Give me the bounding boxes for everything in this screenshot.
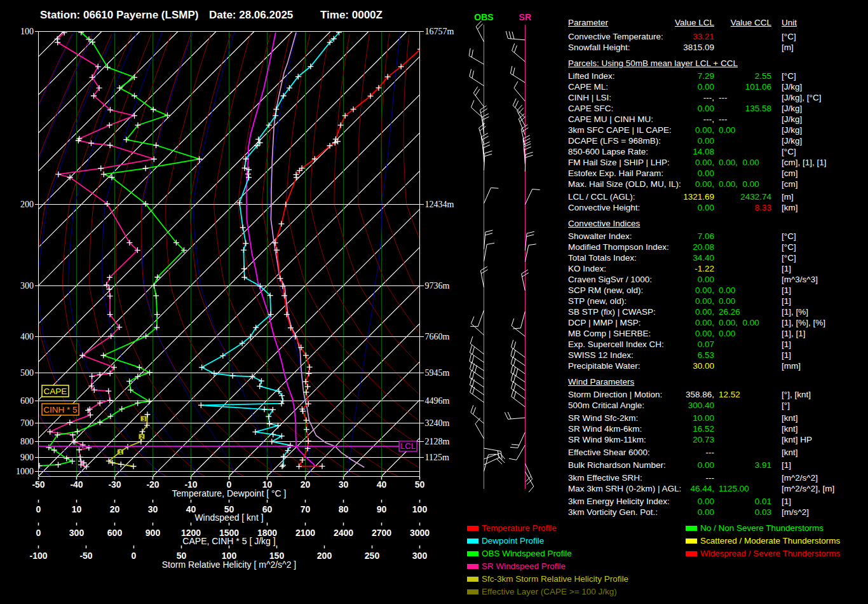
param-label: DCP | MMP | MSP: bbox=[568, 317, 641, 328]
table-row: Max 3km SRH (0-2km) | AGL:46.44,1125.00[… bbox=[0, 483, 868, 494]
param-label: Precipitable Water: bbox=[568, 360, 641, 371]
param-unit: [°C] bbox=[782, 146, 796, 157]
param-value-lcl: 3815.09 bbox=[635, 42, 714, 53]
param-label: 3km Effective SRH: bbox=[568, 472, 642, 483]
param-value-lcl: 0.00 bbox=[635, 274, 714, 285]
param-value-ccl: 3.91 bbox=[718, 460, 771, 470]
param-unit: [km] bbox=[782, 202, 798, 213]
table-row: Lifted Index:7.292.55[°C] bbox=[0, 71, 868, 81]
param-value-extra: 0.00, 0.00 bbox=[719, 317, 759, 328]
param-value-extra: 1125.00 bbox=[719, 483, 749, 494]
param-unit: [knt] bbox=[782, 447, 798, 458]
param-unit: [cm] bbox=[782, 179, 798, 189]
param-unit: [1] bbox=[782, 460, 791, 470]
legend-swatch bbox=[467, 589, 478, 594]
legend-label: Temperature Profile bbox=[482, 522, 557, 535]
param-unit: [1] bbox=[782, 263, 791, 274]
param-unit: [J/kg] bbox=[782, 103, 802, 114]
table-header-value-lcl: Value LCL bbox=[635, 17, 714, 28]
param-value-lcl: 0.00, bbox=[635, 157, 714, 168]
table-row: DCP | MMP | MSP:0.00,0.00, 0.00[1], [%],… bbox=[0, 317, 868, 328]
param-value-lcl: 300.40 bbox=[635, 400, 714, 411]
cape-axis-tick-label: 900 bbox=[146, 528, 161, 538]
legend-label: Widespread / Severe Thunderstorms bbox=[700, 547, 840, 560]
param-unit: [knt] bbox=[782, 413, 798, 423]
param-label: SCP RM (new, old): bbox=[568, 285, 643, 296]
param-unit: [°C] bbox=[782, 242, 796, 252]
param-label: LCL / CCL (AGL): bbox=[568, 191, 635, 202]
param-label: KO Index: bbox=[568, 263, 606, 274]
table-row: Convective Height:0.008.33[km] bbox=[0, 202, 868, 213]
param-value-lcl: 0.00, bbox=[635, 306, 714, 317]
param-value-extra: 0.00 bbox=[719, 328, 735, 339]
legend-label: OBS Windspeed Profile bbox=[482, 547, 572, 560]
param-label: SR Wind Sfc-2km: bbox=[568, 413, 638, 423]
param-unit: [J/kg] bbox=[782, 81, 802, 92]
table-row: SWISS 12 Index:6.53[1] bbox=[0, 350, 868, 360]
table-row: Max. Hail Size (OLD, MU, IL):0.00,0.00, … bbox=[0, 179, 868, 189]
param-value-lcl: ---, bbox=[635, 114, 714, 125]
param-value-extra: 0.00, 0.00 bbox=[719, 179, 759, 189]
table-row: CAPE SFC:0.00135.58[J/kg] bbox=[0, 103, 868, 114]
param-value-lcl: --- bbox=[635, 472, 714, 483]
cape-axis-tick-label: 600 bbox=[107, 528, 123, 538]
legend-swatch bbox=[686, 551, 697, 556]
param-value-lcl: 0.00, bbox=[635, 285, 714, 296]
legend-swatch bbox=[686, 539, 697, 544]
param-value-lcl: 34.40 bbox=[635, 252, 714, 263]
param-value-lcl: 0.00 bbox=[635, 202, 714, 213]
param-unit: [m] bbox=[782, 42, 794, 53]
param-unit: [1], [%] bbox=[782, 306, 808, 317]
legend-swatch bbox=[467, 551, 478, 556]
param-value-lcl: --- bbox=[635, 447, 714, 458]
param-label: SR Wind 9km-11km: bbox=[568, 434, 646, 445]
cape-axis-title: CAPE, CINH * 5 [ J/kg ] bbox=[182, 536, 275, 546]
param-value-lcl: 6.53 bbox=[635, 350, 714, 360]
sounding-app: 10016757m20012434m3009736m4007660m500594… bbox=[0, 0, 868, 604]
table-row: Estofex Exp. Hail Param:0.00[cm] bbox=[0, 168, 868, 179]
param-value-lcl: 358.86, bbox=[635, 389, 714, 400]
param-value-ccl: 101.06 bbox=[718, 81, 771, 92]
table-row: Effective Shear 6000:---[knt] bbox=[0, 447, 868, 458]
param-unit: [m^2/s^2] bbox=[782, 472, 818, 483]
param-unit: [knt] HP bbox=[782, 434, 812, 445]
table-row: CINH | LSI:---,---[J/kg], [°C] bbox=[0, 92, 868, 103]
legend-label: Sfc-3km Storm Relative Helicity Profile bbox=[482, 573, 628, 586]
srh-axis-tick-label: 200 bbox=[317, 551, 332, 561]
param-unit: [m/s^2] bbox=[782, 507, 809, 518]
param-value-lcl: 14.08 bbox=[635, 146, 714, 157]
param-unit: [J/kg], [°C] bbox=[782, 92, 821, 103]
param-value-extra: 26.26 bbox=[719, 306, 740, 317]
table-row: Precipitable Water:30.00[mm] bbox=[0, 360, 868, 371]
table-row: MB Comp | SHERBE:0.00,0.00[1], [1] bbox=[0, 328, 868, 339]
param-value-extra: 0.00, 0.00 bbox=[719, 157, 759, 168]
param-value-lcl: 0.00 bbox=[635, 81, 714, 92]
table-row: SB STP (fix) | CWASP:0.00,26.26[1], [%] bbox=[0, 306, 868, 317]
table-row: Convective Temperature:33.21[°C] bbox=[0, 31, 868, 42]
table-row: Total Totals Index:34.40[°C] bbox=[0, 252, 868, 263]
param-unit: [1] bbox=[782, 296, 791, 306]
param-value-lcl: 20.08 bbox=[635, 242, 714, 252]
param-value-lcl: 0.00, bbox=[635, 296, 714, 306]
param-value-lcl: 0.07 bbox=[635, 339, 714, 350]
legend-swatch bbox=[467, 577, 478, 582]
param-value-lcl: 16.52 bbox=[635, 423, 714, 434]
srh-axis-tick-label: -100 bbox=[29, 551, 47, 561]
legend-label: SR Windspeed Profile bbox=[482, 560, 566, 573]
param-value-ccl: 8.33 bbox=[718, 202, 771, 213]
param-value-lcl: 33.21 bbox=[635, 31, 714, 42]
table-row: SR Wind Sfc-2km:10.00[knt] bbox=[0, 413, 868, 423]
table-row: Craven SigSvr / 1000:0.00[m^3/s^3] bbox=[0, 274, 868, 285]
table-row: Modified Thompson Index:20.08[°C] bbox=[0, 242, 868, 252]
table-row: Storm Direction | Motion:358.86,12.52[°]… bbox=[0, 389, 868, 400]
param-label: CINH | LSI: bbox=[568, 92, 611, 103]
param-value-lcl: 30.00 bbox=[635, 360, 714, 371]
param-value-extra: 0.00 bbox=[719, 296, 735, 306]
cape-axis-tick-label: 2100 bbox=[295, 528, 315, 538]
param-unit: [J/kg] bbox=[782, 135, 802, 146]
legend-swatch bbox=[467, 539, 478, 544]
param-value-lcl: 0.00, bbox=[635, 179, 714, 189]
param-unit: [°] bbox=[782, 400, 790, 411]
param-label: Convective Height: bbox=[568, 202, 640, 213]
table-row: FM Hail Size | SHIP | LHP:0.00,0.00, 0.0… bbox=[0, 157, 868, 168]
